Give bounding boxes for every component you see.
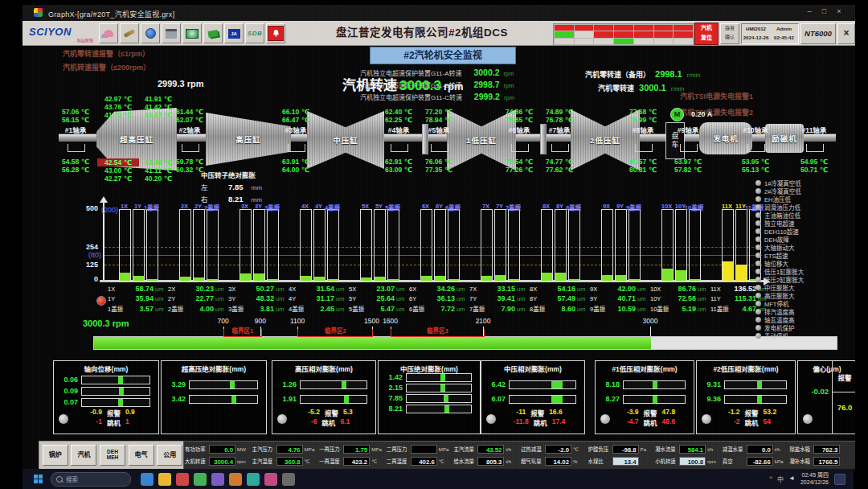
alarm-high: 0.9 [125,408,135,417]
status-item: 轴瓦温度高 [755,315,795,323]
operator-icon[interactable] [141,23,160,43]
panel-bar-marker [444,395,448,402]
panel-row-bar [623,380,686,389]
data-row: 真空-82.66kPa [723,456,788,466]
vibration-point-name: 8盖振 [530,304,549,313]
vibration-value-row: 6X34.26um [409,285,469,294]
chart-y-tick: 125 [80,261,98,269]
speed-tick-label: 2100 [469,317,497,325]
notification-icon[interactable] [834,474,845,485]
bearing-bracket [68,144,85,152]
taskbar-app-icon[interactable] [141,473,154,486]
vibration-value-row: 9X42.00um [590,285,649,294]
data-column: 除盐水箱762.3凝补水箱1766.5 [788,443,855,467]
uhp-temp-above: 41.91 ℃ [137,95,179,103]
vibration-bar-fill [555,273,566,281]
nav-button-电气[interactable]: 电气 [129,445,154,466]
vibration-bar-fill [495,275,506,281]
bearing-temp-below: 74.77 ℃ [538,158,580,166]
vibration-point-name: 5Y [349,295,368,302]
nav-button-汽机[interactable]: 汽机 [71,445,96,466]
supervision-panel: 轴向位移(mm)0.060.090.07-0.9报警0.9-1跳机1 [53,360,159,434]
alarm-grid-cell [634,25,653,31]
bearing-temp-below: 63.09 ℃ [378,166,420,174]
trip-label: 跳机 [107,417,121,427]
status-dot [755,285,761,290]
trip-label: 跳机 [644,417,657,427]
vibration-value: 5.47 [368,305,395,313]
status-dot [755,228,761,234]
bearing-temp-above: 74.89 ℃ [538,108,580,116]
alarm-grid-cell [575,31,594,37]
trip-high: 6.1 [340,417,350,427]
graphx-app-icon [34,8,43,17]
vibration-bar-2Y [193,209,205,281]
tray-icon[interactable]: ◄ [788,475,795,483]
vibration-point-name: 2X [168,286,187,293]
nav-button-锅炉[interactable]: 锅炉 [43,445,68,466]
taskbar-app-icon[interactable] [176,473,189,486]
tray-icon[interactable]: ^ [769,475,772,483]
data-unit: ℃ [305,458,310,464]
bearing-temp-below: 53.97 ℃ [667,158,709,166]
data-value: -2.0 [545,445,571,454]
data-unit: MW [237,446,246,452]
start-button[interactable] [34,475,43,483]
zero-speed: 汽机零转速3000.1r/min [598,83,684,93]
taskbar-search[interactable]: 搜索 [51,472,131,487]
data-value: 402.6 [411,457,437,466]
vibration-bar-7X [481,209,493,281]
status-label: 手动停机 [764,331,788,340]
tools-icon[interactable] [120,23,139,43]
panel-alarm-limits: -5.2报警5.3 [290,408,371,417]
display-icon[interactable] [182,23,202,43]
exit-button[interactable]: × [837,23,855,44]
taskbar-app-icon[interactable] [194,473,207,486]
alarm-ack-button[interactable]: 静音 确认 [720,23,739,44]
turbine-reset-button[interactable]: 汽机 复位 [694,23,719,45]
vibration-bar-10X [661,209,674,281]
chart-y-tick: 0 [80,275,98,283]
taskbar-app-icon[interactable] [247,473,260,486]
vibration-bar-8盖振 [568,209,580,281]
vibration-point-name: 10盖振 [650,304,669,313]
users-icon[interactable] [99,23,118,43]
taskbar-clock[interactable]: 02:45 周四 2024/12/26 [800,472,829,486]
vibration-value-row: 2Y22.77um [168,294,227,304]
sdb-icon[interactable]: SDB [245,23,264,43]
alarm-summary-grid[interactable] [553,23,694,46]
vibration-point-name: 3Y [228,295,248,302]
taskbar-app-icon[interactable] [229,473,242,486]
tray-icon[interactable]: 中 [777,475,784,483]
alarm-bell-icon[interactable] [266,23,285,43]
minimize-button[interactable]: – [803,7,816,15]
bearing-temp-above: 66.10 ℃ [275,108,317,116]
vibration-bar-fill [629,279,640,281]
vibration-value-row: 8X54.16um [530,285,589,294]
taskbar-app-icon[interactable] [282,473,295,486]
maximize-button[interactable]: □ [817,7,830,15]
panel-trip-limits: -1跳机1 [72,417,154,427]
panel-row-bar [189,395,258,404]
trend-cards-icon[interactable] [203,23,223,43]
data-label: 大机转速 [185,458,207,465]
taskbar-app-icon[interactable] [264,473,277,486]
vibration-unit: um [214,286,227,293]
vibration-unit: um [575,295,589,302]
nav-button-公用[interactable]: 公用 [157,445,182,466]
printer-icon[interactable] [162,23,181,43]
panel-bar-marker [118,376,123,384]
vibration-value-row: 5X23.07um [349,285,408,294]
data-label: 二再压力 [387,446,409,453]
taskbar-app-icon[interactable] [158,473,171,486]
alarm-low: -11 [516,408,526,417]
os-taskbar: 搜索 ^中◄ 02:45 周四 2024/12/26 [23,469,854,489]
taskbar-app-icon[interactable] [211,473,224,486]
ja-tool-icon[interactable]: JA [224,23,244,43]
vibration-bar-fill [388,279,399,281]
bearing-label-7: #7轴承 [540,125,579,134]
nav-button-DEHMEH[interactable]: DEH MEH [100,445,125,466]
panel-bar-marker [757,396,762,403]
vibration-point-name: 1Y [108,295,127,302]
close-button[interactable]: × [833,7,845,15]
